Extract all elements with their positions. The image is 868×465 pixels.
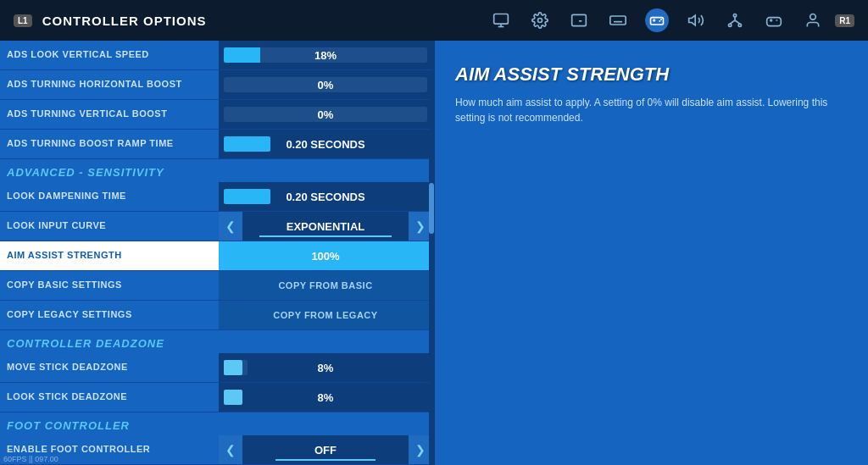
setting-row-ads-vertical[interactable]: ADS TURNING VERTICAL BOOST 0% — [0, 100, 432, 130]
look-dampening-label: LOOK DAMPENING TIME — [0, 185, 219, 207]
curve-value-display: EXPONENTIAL — [242, 212, 409, 241]
look-dampening-value: 0.20 Seconds — [219, 182, 432, 211]
setting-row-ramp-time[interactable]: ADS TURNING BOOST RAMP TIME 0.20 Seconds — [0, 130, 432, 159]
copy-legacy-label: COPY LEGACY SETTINGS — [0, 304, 219, 325]
badge-r1: R1 — [835, 14, 854, 27]
svg-point-3 — [538, 19, 542, 23]
foot-value-display: OFF — [242, 435, 409, 464]
nav-icons-container — [489, 8, 825, 32]
ads-horizontal-label: ADS TURNING HORIZONTAL BOOST — [0, 74, 219, 95]
setting-row-look-dampening[interactable]: LOOK DAMPENING TIME 0.20 Seconds — [0, 182, 432, 212]
foot-left-arrow[interactable]: ❮ — [219, 435, 242, 464]
copy-basic-label: COPY BASIC SETTINGS — [0, 274, 219, 296]
monitor-icon[interactable] — [489, 8, 513, 32]
detail-description: How much aim assist to apply. A setting … — [455, 95, 848, 125]
ads-look-vertical-label: ADS LOOK VERTICAL SPEED — [0, 44, 219, 65]
detail-title: AIM ASSIST STRENGTH — [455, 64, 848, 85]
svg-rect-24 — [767, 18, 782, 26]
svg-line-22 — [730, 20, 735, 24]
keyboard-layout-icon[interactable] — [567, 8, 591, 32]
page-title: Controller Options — [42, 14, 480, 28]
setting-row-copy-legacy[interactable]: COPY LEGACY SETTINGS COPY FROM LEGACY — [0, 301, 432, 330]
svg-rect-0 — [494, 14, 509, 25]
speaker-icon[interactable] — [684, 8, 708, 32]
svg-line-23 — [735, 20, 740, 24]
aim-assist-label: AIM ASSIST STRENGTH — [0, 245, 219, 266]
svg-marker-17 — [689, 15, 696, 25]
ramp-time-label: ADS TURNING BOOST RAMP TIME — [0, 133, 219, 154]
move-stick-label: MOVE STICK DEADZONE — [0, 357, 219, 378]
fps-overlay: 60FPS || 097.00 — [3, 455, 58, 463]
svg-point-25 — [810, 14, 816, 20]
setting-row-enable-foot[interactable]: ENABLE FOOT CONTROLLER ❮ OFF ❯ — [0, 435, 432, 465]
advanced-sensitivity-header: ADVANCED - SENSITIVITY — [0, 159, 432, 182]
look-input-curve-label: LOOK INPUT CURVE — [0, 215, 219, 236]
foot-controller-header: FOOT CONTROLLER — [0, 412, 432, 435]
left-panel: ADS LOOK VERTICAL SPEED 18% ADS TURNING … — [0, 41, 432, 465]
badge-l1: L1 — [14, 14, 32, 27]
enable-foot-control: ❮ OFF ❯ — [219, 435, 432, 464]
right-panel: AIM ASSIST STRENGTH How much aim assist … — [432, 41, 868, 465]
svg-point-19 — [729, 24, 732, 26]
svg-point-18 — [734, 14, 737, 17]
ads-horizontal-value: 0% — [219, 70, 432, 99]
svg-rect-11 — [610, 16, 626, 25]
setting-row-move-stick[interactable]: MOVE STICK DEADZONE 8% — [0, 353, 432, 383]
setting-row-ads-look-vertical[interactable]: ADS LOOK VERTICAL SPEED 18% — [0, 41, 432, 70]
gear-icon[interactable] — [528, 8, 552, 32]
setting-row-copy-basic[interactable]: COPY BASIC SETTINGS COPY FROM BASIC — [0, 271, 432, 301]
ads-vertical-label: ADS TURNING VERTICAL BOOST — [0, 103, 219, 125]
controller-icon[interactable] — [645, 8, 669, 32]
aim-assist-value: 100% — [219, 241, 432, 270]
copy-basic-btn[interactable]: COPY FROM BASIC — [219, 271, 432, 300]
setting-row-look-input-curve[interactable]: LOOK INPUT CURVE ❮ EXPONENTIAL ❯ — [0, 212, 432, 241]
scrollbar-track[interactable] — [429, 81, 434, 465]
look-input-curve-control: ❮ EXPONENTIAL ❯ — [219, 212, 432, 241]
scrollbar-thumb[interactable] — [429, 183, 434, 234]
svg-point-20 — [738, 24, 741, 26]
look-stick-label: LOOK STICK DEADZONE — [0, 386, 219, 407]
keyboard-icon[interactable] — [606, 8, 630, 32]
setting-row-look-stick[interactable]: LOOK STICK DEADZONE 8% — [0, 383, 432, 412]
ads-vertical-value: 0% — [219, 100, 432, 129]
controller-deadzone-header: CONTROLLER DEADZONE — [0, 330, 432, 353]
top-bar: L1 Controller Options R1 — [0, 0, 868, 41]
look-stick-value: 8% — [219, 383, 432, 412]
ads-look-vertical-value: 18% — [219, 41, 432, 69]
copy-legacy-btn[interactable]: COPY FROM LEGACY — [219, 301, 432, 329]
move-stick-value: 8% — [219, 353, 432, 382]
person-icon[interactable] — [801, 8, 825, 32]
gamepad2-icon[interactable] — [762, 8, 786, 32]
network-icon[interactable] — [723, 8, 747, 32]
ramp-time-value: 0.20 Seconds — [219, 130, 432, 158]
main-content: ADS LOOK VERTICAL SPEED 18% ADS TURNING … — [0, 41, 868, 465]
setting-row-aim-assist[interactable]: AIM ASSIST STRENGTH 100% — [0, 241, 432, 271]
setting-row-ads-horizontal[interactable]: ADS TURNING HORIZONTAL BOOST 0% — [0, 70, 432, 100]
curve-left-arrow[interactable]: ❮ — [219, 212, 242, 241]
